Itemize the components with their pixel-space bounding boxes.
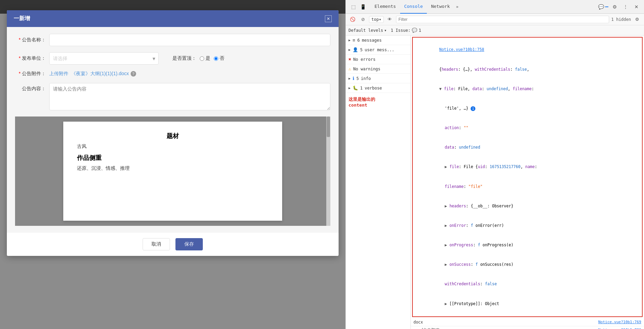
devtools-tabbar-right: 💬 ⚙ ⋮ ✕ <box>598 2 641 12</box>
more-options-icon[interactable]: ⋮ <box>621 2 630 12</box>
clear-console-icon[interactable]: 🚫 <box>349 15 357 24</box>
content-label: 公告内容： <box>15 83 46 92</box>
publisher-row: * 发布单位： 请选择 是否置顶： 是 <box>15 52 330 65</box>
eye-icon[interactable]: 👁 <box>386 15 394 24</box>
console-line-7: filename: "file" <box>416 177 639 196</box>
help-icon[interactable]: ? <box>131 71 136 77</box>
console-line-12: withCredentials: false <box>416 275 639 293</box>
devtools-panel: ⬚ 📱 Elements Console Network » 💬 ⚙ ⋮ ✕ 🚫… <box>345 0 644 329</box>
preview-area: 题材 古风 作品侧重 还原、沉浸、情感、推理 <box>15 116 330 226</box>
arrow-icon: ▶ <box>349 38 351 42</box>
top-no-radio[interactable] <box>214 56 218 61</box>
top-selector-arrow: ▾ <box>379 17 381 22</box>
top-selector-label: top <box>371 17 379 22</box>
app-panel: 一新增 ✕ * 公告名称： * 发布单位： <box>0 0 345 329</box>
console-item-info[interactable]: ▶ ℹ 5 info <box>346 74 410 83</box>
issue-badge-subbar: 1 Issue: 💬 1 <box>391 28 421 33</box>
console-line-word-preview[interactable]: word文件预览 Notice.vue?10b1:786 <box>411 326 644 329</box>
attachment-area: 上传附件 《夜宴》大纲(1)(1)(1).docx ? <box>49 71 136 77</box>
devtools-toolbar: 🚫 ⊘ top ▾ 👁 1 hidden ⚙ <box>346 14 644 25</box>
docx-src[interactable]: Notice.vue?10b1:769 <box>598 320 641 325</box>
console-line-3: 'file', …} i <box>416 99 639 118</box>
dialog-footer: 取消 保存 <box>7 233 339 256</box>
console-line-9: ▶ onError: f onError(err) <box>416 216 639 235</box>
console-item-errors[interactable]: ✖ No errors <box>346 55 410 64</box>
top-selector[interactable]: top ▾ <box>369 16 384 23</box>
console-line-4: action: "" <box>416 119 639 137</box>
tab-network[interactable]: Network <box>427 0 454 14</box>
top-no-label[interactable]: 否 <box>214 55 224 61</box>
console-item-warnings[interactable]: ⚠ No warnings <box>346 64 410 74</box>
doc-heading2: 作品侧重 <box>77 154 268 162</box>
console-line-docx[interactable]: docx Notice.vue?10b1:769 <box>411 318 644 326</box>
console-output-panel: Notice.vue?10b1:758 {headers: {…}, withC… <box>412 37 643 317</box>
device-icon[interactable]: 📱 <box>358 2 368 12</box>
verbose-icon: 🐛 <box>353 85 358 91</box>
attachment-label: * 公告附件： <box>15 71 46 77</box>
notice-name-input[interactable] <box>49 34 330 46</box>
notice-name-label: * 公告名称： <box>15 37 46 43</box>
doc-text2: 还原、沉浸、情感、推理 <box>77 165 268 172</box>
issue-icon: 💬 <box>412 28 417 33</box>
notice-name-row: * 公告名称： <box>15 34 330 46</box>
save-button[interactable]: 保存 <box>175 238 203 250</box>
cancel-button[interactable]: 取消 <box>143 238 170 250</box>
tab-console[interactable]: Console <box>400 0 427 14</box>
filter-input[interactable] <box>396 16 609 23</box>
scroll-thumb <box>327 116 330 137</box>
console-item-user[interactable]: ▶ 👤 5 user mess... <box>346 45 410 55</box>
devtools-icons: ⬚ 📱 <box>349 2 368 12</box>
top-radio-group: 是否置顶： 是 否 <box>172 55 224 61</box>
word-preview-src[interactable]: Notice.vue?10b1:786 <box>598 328 641 329</box>
console-line-6: ▶ file: File {uid: 1675135217760, name: <box>416 157 639 176</box>
console-item-verbose[interactable]: ▶ 🐛 1 verbose <box>346 83 410 93</box>
hidden-count: 1 hidden <box>611 17 631 22</box>
warning-icon: ⚠ <box>349 66 351 71</box>
messages-icon: ≡ <box>353 38 355 43</box>
tab-elements[interactable]: Elements <box>370 0 400 14</box>
attachment-row: * 公告附件： 上传附件 《夜宴》大纲(1)(1)(1).docx ? <box>15 71 330 77</box>
arrow-icon: ▶ <box>349 77 351 80</box>
header-link[interactable]: Notice.vue?10b1:758 <box>439 47 484 52</box>
dialog-body: * 公告名称： * 发布单位： 请选择 是否置顶： <box>7 27 339 233</box>
console-line-10: ▶ onProgress: f onProgress(e) <box>416 236 639 255</box>
top-yes-radio[interactable] <box>200 56 204 61</box>
output-hint: 这里是输出的content <box>346 93 410 111</box>
content-textarea[interactable] <box>49 83 330 110</box>
default-levels-selector[interactable]: Default levels ▾ <box>349 28 386 33</box>
settings-console-icon[interactable]: ⚙ <box>633 15 641 24</box>
top-yes-label[interactable]: 是 <box>200 55 210 61</box>
issue-badge: 💬 <box>598 4 608 10</box>
console-line-1: {headers: {…}, withCredentials: false, <box>416 60 639 79</box>
upload-link[interactable]: 上传附件 <box>49 71 68 77</box>
doc-text1: 古风 <box>77 143 268 150</box>
publisher-select-wrapper: 请选择 <box>49 52 159 65</box>
preview-scrollbar[interactable] <box>326 116 330 226</box>
dialog-close-button[interactable]: ✕ <box>325 15 332 22</box>
devtools-tabbar: ⬚ 📱 Elements Console Network » 💬 ⚙ ⋮ ✕ <box>346 0 644 14</box>
devtools-subbar: Default levels ▾ 1 Issue: 💬 1 <box>346 25 644 36</box>
inspect-icon[interactable]: ⬚ <box>349 2 358 12</box>
block-icon[interactable]: ⊘ <box>359 15 367 24</box>
dialog-title: 一新增 <box>14 15 30 22</box>
tab-more[interactable]: » <box>454 4 460 9</box>
user-icon: 👤 <box>353 47 358 52</box>
close-devtools-icon[interactable]: ✕ <box>632 2 641 12</box>
dialog-header: 一新增 ✕ <box>7 10 339 27</box>
preview-document: 题材 古风 作品侧重 还原、沉浸、情感、推理 <box>63 122 282 221</box>
settings-icon[interactable]: ⚙ <box>610 2 619 12</box>
console-line-header: Notice.vue?10b1:758 <box>416 40 639 59</box>
console-line-8: ▶ headers: {__ob__: Observer} <box>416 196 639 215</box>
top-label: 是否置顶： <box>172 55 196 61</box>
console-item-messages[interactable]: ▶ ≡ 6 messages <box>346 36 410 45</box>
attachment-filename-link[interactable]: 《夜宴》大纲(1)(1)(1).docx <box>71 71 129 77</box>
docx-text: docx <box>413 320 423 325</box>
console-right-output: Notice.vue?10b1:758 {headers: {…}, withC… <box>411 36 644 329</box>
content-row: 公告内容： <box>15 83 330 110</box>
doc-heading1: 题材 <box>77 132 268 140</box>
publisher-select[interactable]: 请选择 <box>49 52 159 65</box>
console-line-5: data: undefined <box>416 138 639 157</box>
arrow-icon: ▶ <box>349 48 351 52</box>
console-line-2: ▼ file: File, data: undefined, filename: <box>416 79 639 98</box>
console-left-sidebar: ▶ ≡ 6 messages ▶ 👤 5 user mess... ✖ No e… <box>346 36 411 329</box>
